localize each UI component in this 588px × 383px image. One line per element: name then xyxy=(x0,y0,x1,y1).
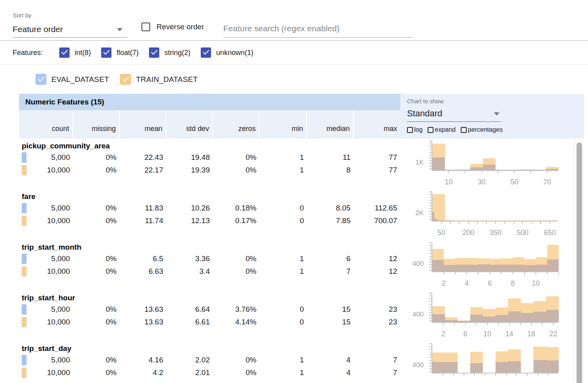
stat-cell-min: 0 xyxy=(260,316,307,328)
x-axis-tick xyxy=(516,374,517,376)
x-axis-tick xyxy=(495,374,496,376)
eval-overlap-bar xyxy=(455,265,467,271)
sort-by-dropdown[interactable]: Feature order xyxy=(13,22,127,38)
chart-to-show-dropdown[interactable]: Standard xyxy=(407,107,501,122)
int-checkbox[interactable] xyxy=(59,47,70,58)
x-axis-tick xyxy=(501,272,501,275)
eval-overlap-bar xyxy=(450,220,452,221)
x-axis-tick xyxy=(524,272,525,275)
y-axis-tick xyxy=(429,264,432,265)
y-axis-tick xyxy=(429,352,432,353)
y-axis-tick xyxy=(429,245,432,246)
y-axis-tick xyxy=(429,163,432,164)
x-axis-label: 10 xyxy=(532,279,540,288)
y-axis-tick xyxy=(429,312,432,313)
stat-cell-min: 1 xyxy=(260,265,307,278)
eval-dataset-checkbox[interactable] xyxy=(36,74,46,85)
column-header-mean: mean xyxy=(120,111,166,138)
stat-cell-stddev: 2.01 xyxy=(166,366,213,379)
stat-cell-zeros: 0.18% xyxy=(213,202,260,214)
y-axis-tick xyxy=(429,141,432,142)
stat-cell-zeros: 0% xyxy=(213,151,260,164)
x-axis-tick xyxy=(455,272,456,275)
y-axis-tick xyxy=(429,250,432,251)
histogram-plot: 2610141822 xyxy=(432,293,558,323)
vertical-scrollbar-thumb[interactable] xyxy=(577,142,582,383)
expand-checkbox[interactable] xyxy=(428,127,433,133)
feature-search-input[interactable] xyxy=(223,20,413,37)
stat-cell-missing: 0% xyxy=(73,366,120,379)
vertical-scrollbar-track[interactable] xyxy=(574,139,584,383)
reverse-order-toggle[interactable]: Reverse order xyxy=(141,23,204,31)
train-bar xyxy=(508,220,521,221)
float-checkbox[interactable] xyxy=(101,47,111,58)
chevron-down-icon xyxy=(117,28,122,31)
percentages-checkbox[interactable] xyxy=(461,127,467,133)
type-filter-float[interactable]: float(7) xyxy=(101,47,139,58)
x-axis-label: 2 xyxy=(441,330,445,338)
float-label: float(7) xyxy=(117,49,139,57)
eval-overlap-bar xyxy=(536,265,547,271)
stat-cell-zeros: 0.17% xyxy=(213,214,260,227)
type-filter-string[interactable]: string(2) xyxy=(149,47,190,58)
y-axis-label: 400 xyxy=(403,361,424,369)
stat-cell-missing: 0% xyxy=(73,214,120,227)
x-axis-tick xyxy=(468,222,469,224)
x-axis-tick xyxy=(465,323,466,325)
y-axis-tick xyxy=(429,343,432,344)
feature-histogram: 400246810 xyxy=(403,241,569,291)
eval-overlap-bar xyxy=(521,170,533,170)
eval-overlap-bar xyxy=(483,165,496,170)
y-axis-tick xyxy=(429,267,432,268)
chevron-down-icon xyxy=(494,112,499,116)
log-toggle[interactable]: log xyxy=(407,126,422,133)
x-axis-label: 14 xyxy=(505,330,513,338)
stat-cell-mean: 6.63 xyxy=(120,265,166,278)
stat-cell-missing: 0% xyxy=(73,354,120,366)
train-dataset-toggle[interactable]: TRAIN_DATASET xyxy=(120,74,198,85)
string-checkbox[interactable] xyxy=(149,47,159,58)
eval-overlap-bar xyxy=(501,265,513,271)
reverse-order-label: Reverse order xyxy=(156,23,204,31)
y-axis-tick xyxy=(429,200,432,201)
train-swatch xyxy=(22,368,26,378)
stat-cell-count: 5,000 xyxy=(19,354,73,366)
x-axis-tick xyxy=(530,171,531,173)
unknown-checkbox[interactable] xyxy=(201,47,211,58)
x-axis-tick xyxy=(443,272,444,275)
eval-dataset-toggle[interactable]: EVAL_DATASET xyxy=(36,74,109,85)
reverse-order-checkbox[interactable] xyxy=(141,23,150,31)
y-axis-tick xyxy=(429,152,432,153)
y-axis-tick xyxy=(429,157,432,158)
stat-cell-count: 5,000 xyxy=(19,202,73,214)
stat-cell-median: 4 xyxy=(307,354,354,366)
y-axis-tick xyxy=(429,293,432,294)
type-filter-unknown[interactable]: unknown(1) xyxy=(201,47,253,58)
stat-cell-stddev: 6.64 xyxy=(166,303,213,316)
stat-cell-max: 23 xyxy=(354,303,400,316)
stat-cell-missing: 0% xyxy=(73,151,120,164)
y-axis-tick xyxy=(429,296,432,296)
x-axis-tick xyxy=(520,323,521,325)
eval-overlap-bar xyxy=(458,170,470,170)
y-axis-label: 2K xyxy=(403,209,424,217)
train-dataset-checkbox[interactable] xyxy=(120,74,131,85)
feature-histogram: 1K10305070 xyxy=(403,139,569,190)
x-axis-tick xyxy=(531,222,532,224)
feature-histogram: 4002610141822 xyxy=(403,291,569,342)
eval-overlap-bar xyxy=(546,169,559,170)
stat-cell-min: 1 xyxy=(260,252,307,265)
y-axis-tick xyxy=(429,256,432,257)
column-header-row: count missing mean std dev zeros min med… xyxy=(19,111,400,138)
x-axis-tick xyxy=(464,374,464,376)
log-checkbox[interactable] xyxy=(407,127,413,133)
x-axis-tick xyxy=(465,171,466,173)
percentages-toggle[interactable]: percentages xyxy=(461,126,503,133)
type-filter-int[interactable]: int(8) xyxy=(59,47,91,58)
feature-block: fare5,0000%11.8310.260.18%08.05112.6510,… xyxy=(0,190,574,241)
y-axis-tick xyxy=(429,214,432,214)
stat-cell-min: 1 xyxy=(260,354,307,366)
y-axis-tick xyxy=(429,366,432,366)
expand-toggle[interactable]: expand xyxy=(428,126,456,133)
stat-cell-zeros: 4.14% xyxy=(213,316,260,328)
